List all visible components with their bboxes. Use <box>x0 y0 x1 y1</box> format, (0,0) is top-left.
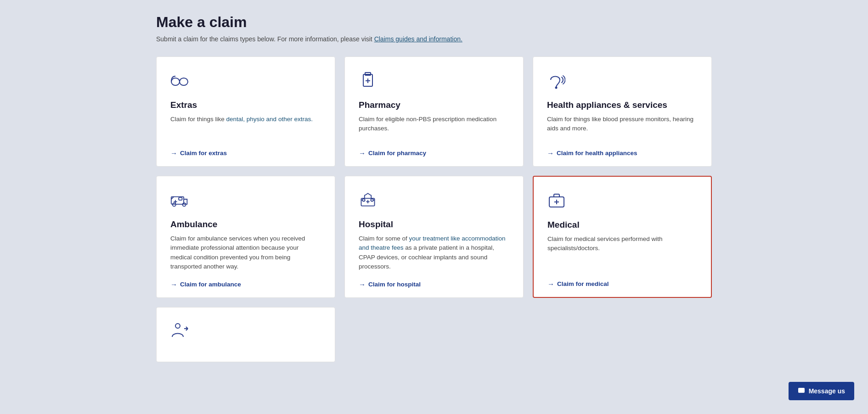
ambulance-description: Claim for ambulance services when you re… <box>170 234 321 271</box>
health-appliances-card: Health appliances & services Claim for t… <box>533 56 712 167</box>
cards-row-1: Extras Claim for things like dental, phy… <box>156 56 712 167</box>
pharmacy-title: Pharmacy <box>359 100 509 110</box>
glasses-icon <box>170 71 321 91</box>
message-us-label: Message us <box>809 387 845 395</box>
pharmacy-description: Claim for eligible non-PBS prescription … <box>359 115 509 140</box>
pharmacy-link[interactable]: → Claim for pharmacy <box>359 149 509 157</box>
ambulance-link[interactable]: → Claim for ambulance <box>170 280 321 288</box>
message-icon <box>798 387 805 395</box>
ambulance-card: Ambulance Claim for ambulance services w… <box>156 176 335 298</box>
ambulance-link-arrow: → <box>170 280 177 288</box>
svg-point-6 <box>556 87 557 89</box>
ambulance-link-label: Claim for ambulance <box>180 281 241 288</box>
medical-title: Medical <box>547 220 697 230</box>
pharmacy-card: Pharmacy Claim for eligible non-PBS pres… <box>344 56 524 167</box>
message-us-button[interactable]: Message us <box>789 382 854 400</box>
hospital-icon <box>359 190 509 210</box>
cards-row-3 <box>156 307 712 362</box>
extras-card: Extras Claim for things like dental, phy… <box>156 56 335 167</box>
medical-link[interactable]: → Claim for medical <box>547 280 697 288</box>
medical-card: Medical Claim for medical services perfo… <box>533 176 712 298</box>
extras-link[interactable]: → Claim for extras <box>170 149 321 157</box>
partial-card <box>156 307 335 362</box>
health-appliances-link-label: Claim for health appliances <box>557 150 637 157</box>
health-appliances-description: Claim for things like blood pressure mon… <box>547 115 698 140</box>
medical-link-arrow: → <box>547 280 554 288</box>
page-container: Make a claim Submit a claim for the clai… <box>0 0 868 380</box>
person-icon <box>170 321 321 341</box>
hospital-link-arrow: → <box>359 280 366 288</box>
pharmacy-icon <box>359 71 509 91</box>
page-subtitle: Submit a claim for the claims types belo… <box>156 35 712 43</box>
extras-title: Extras <box>170 100 321 110</box>
health-appliances-link-arrow: → <box>547 149 554 157</box>
hospital-card: Hospital Claim for some of your treatmen… <box>344 176 524 298</box>
svg-point-0 <box>171 78 180 85</box>
svg-point-23 <box>175 324 180 328</box>
hospital-description: Claim for some of your treatment like ac… <box>359 234 509 271</box>
page-title: Make a claim <box>156 14 712 31</box>
medical-bag-icon <box>547 190 697 211</box>
hospital-title: Hospital <box>359 219 509 229</box>
svg-point-17 <box>371 199 373 201</box>
extras-link-arrow: → <box>170 149 177 157</box>
medical-description: Claim for medical services performed wit… <box>547 235 697 271</box>
health-appliances-link[interactable]: → Claim for health appliances <box>547 149 698 157</box>
cards-row-2: Ambulance Claim for ambulance services w… <box>156 176 712 298</box>
hospital-link[interactable]: → Claim for hospital <box>359 280 509 288</box>
pharmacy-link-label: Claim for pharmacy <box>368 150 426 157</box>
extras-link-label: Claim for extras <box>180 150 227 157</box>
ambulance-icon <box>170 190 321 210</box>
svg-point-1 <box>180 78 188 85</box>
pharmacy-link-arrow: → <box>359 149 366 157</box>
svg-rect-12 <box>179 197 182 200</box>
claims-guide-link[interactable]: Claims guides and information. <box>374 35 462 43</box>
extras-description: Claim for things like dental, physio and… <box>170 115 321 140</box>
medical-link-label: Claim for medical <box>557 280 609 287</box>
health-appliances-title: Health appliances & services <box>547 100 698 110</box>
ambulance-title: Ambulance <box>170 219 321 229</box>
svg-point-16 <box>362 199 365 201</box>
hospital-link-label: Claim for hospital <box>368 281 421 288</box>
hearing-icon <box>547 71 698 91</box>
